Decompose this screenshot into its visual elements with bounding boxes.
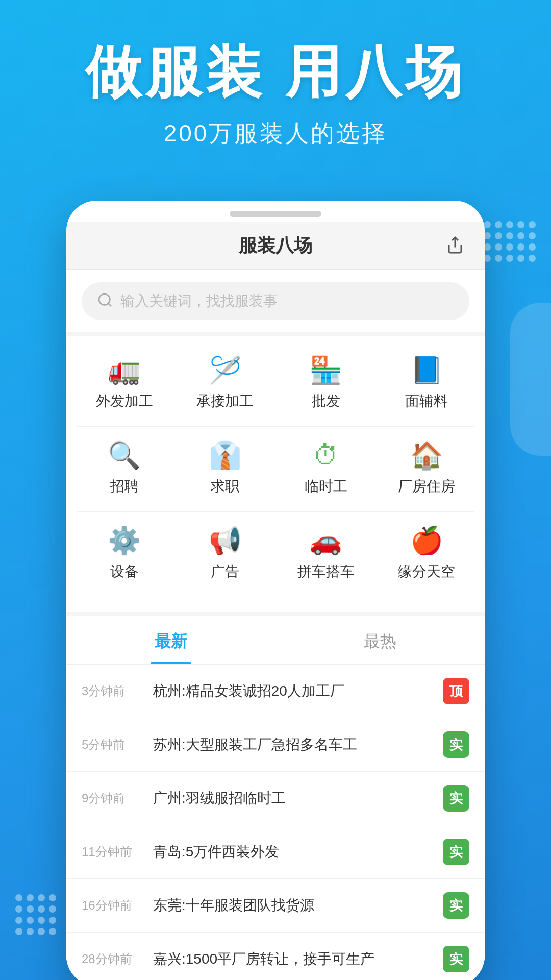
dots-decoration-top [484, 221, 536, 262]
wave-decoration [510, 303, 551, 456]
notch-bar [230, 211, 321, 217]
hero-title: 做服装 用八场 [31, 41, 520, 103]
zhaopin-icon: 🔍 [108, 442, 141, 469]
cat-item-changfang[interactable]: 🏠 厂房住房 [379, 432, 475, 506]
feed-time-2: 9分钟前 [82, 790, 143, 806]
feed-badge-4: 实 [443, 892, 469, 919]
search-placeholder: 输入关键词，找找服装事 [120, 291, 278, 311]
waifa-icon: 🚛 [108, 357, 141, 383]
feed-item-5[interactable]: 28分钟前 嘉兴:1500平厂房转让，接手可生产 实 [66, 933, 485, 980]
cat-item-guanggao[interactable]: 📢 广告 [178, 517, 273, 592]
pifa-label: 批发 [312, 391, 340, 411]
app-header: 服装八场 [66, 222, 485, 270]
hero-section: 做服装 用八场 200万服装人的选择 [0, 0, 551, 170]
hero-subtitle: 200万服装人的选择 [31, 118, 520, 150]
tab-section: 最新 最热 3分钟前 杭州:精品女装诚招20人加工厂 顶 5分钟前 苏州:大型服… [66, 612, 485, 980]
feed-item-3[interactable]: 11分钟前 青岛:5万件西装外发 实 [66, 825, 485, 879]
svg-point-1 [99, 294, 110, 305]
pifa-icon: 🏪 [309, 357, 342, 383]
guanggao-label: 广告 [211, 562, 239, 581]
category-section: 🚛 外发加工 🪡 承接加工 🏪 批发 📘 面辅料 [66, 332, 485, 612]
category-row-1: 🚛 外发加工 🪡 承接加工 🏪 批发 📘 面辅料 [77, 347, 474, 421]
feed-text-3: 青岛:5万件西装外发 [153, 842, 433, 862]
category-row-2: 🔍 招聘 👔 求职 ⏱ 临时工 🏠 厂房住房 [77, 426, 474, 506]
feed-text-2: 广州:羽绒服招临时工 [153, 789, 433, 808]
cat-item-linshigong[interactable]: ⏱ 临时工 [278, 432, 374, 506]
changfang-label: 厂房住房 [398, 477, 455, 496]
feed-text-0: 杭州:精品女装诚招20人加工厂 [153, 681, 433, 701]
zhaopin-label: 招聘 [110, 477, 139, 496]
search-icon [97, 292, 113, 310]
feed-list: 3分钟前 杭州:精品女装诚招20人加工厂 顶 5分钟前 苏州:大型服装工厂急招多… [66, 665, 485, 980]
phone-notch [66, 201, 485, 222]
guanggao-icon: 📢 [209, 527, 242, 554]
feed-time-0: 3分钟前 [82, 683, 143, 699]
cat-item-pifa[interactable]: 🏪 批发 [278, 347, 374, 421]
feed-badge-5: 实 [443, 946, 469, 972]
chengjie-label: 承接加工 [196, 391, 254, 411]
tabs-header: 最新 最热 [66, 616, 485, 665]
cat-item-yuanfen[interactable]: 🍎 缘分天空 [379, 517, 475, 592]
feed-badge-3: 实 [443, 839, 469, 865]
qiuzhi-icon: 👔 [209, 442, 242, 469]
dots-decoration-bottom [15, 894, 56, 935]
shebei-icon: ⚙️ [108, 527, 141, 554]
linshigong-label: 临时工 [305, 477, 347, 496]
tab-latest[interactable]: 最新 [66, 616, 276, 664]
cat-item-waifa[interactable]: 🚛 外发加工 [77, 347, 172, 421]
feed-badge-0: 顶 [443, 678, 469, 704]
yuanfen-icon: 🍎 [410, 527, 443, 554]
waifa-label: 外发加工 [96, 391, 153, 411]
search-bar: 输入关键词，找找服装事 [66, 270, 485, 332]
tab-hot[interactable]: 最热 [276, 616, 485, 664]
share-icon[interactable] [446, 236, 464, 256]
phone-mockup: 服装八场 输入关键词，找找服装事 [0, 201, 551, 980]
mianfuliao-icon: 📘 [410, 357, 443, 383]
feed-item-2[interactable]: 9分钟前 广州:羽绒服招临时工 实 [66, 772, 485, 825]
shebei-label: 设备 [110, 562, 139, 581]
feed-text-1: 苏州:大型服装工厂急招多名车工 [153, 735, 433, 754]
cat-item-pinche[interactable]: 🚗 拼车搭车 [278, 517, 374, 592]
feed-item-4[interactable]: 16分钟前 东莞:十年服装团队找货源 实 [66, 879, 485, 933]
qiuzhi-label: 求职 [211, 477, 239, 496]
chengjie-icon: 🪡 [209, 357, 242, 383]
feed-time-4: 16分钟前 [82, 897, 143, 914]
cat-item-qiuzhi[interactable]: 👔 求职 [178, 432, 273, 506]
feed-item-0[interactable]: 3分钟前 杭州:精品女装诚招20人加工厂 顶 [66, 665, 485, 718]
cat-item-mianfuliao[interactable]: 📘 面辅料 [379, 347, 475, 421]
feed-text-5: 嘉兴:1500平厂房转让，接手可生产 [153, 949, 433, 969]
feed-badge-2: 实 [443, 785, 469, 812]
pinche-icon: 🚗 [309, 527, 342, 554]
feed-badge-1: 实 [443, 731, 469, 758]
feed-item-1[interactable]: 5分钟前 苏州:大型服装工厂急招多名车工 实 [66, 718, 485, 772]
changfang-icon: 🏠 [410, 442, 443, 469]
cat-item-chengjie[interactable]: 🪡 承接加工 [178, 347, 273, 421]
linshigong-icon: ⏱ [313, 442, 339, 469]
feed-text-4: 东莞:十年服装团队找货源 [153, 896, 433, 915]
phone-frame: 服装八场 输入关键词，找找服装事 [66, 201, 485, 980]
feed-time-5: 28分钟前 [82, 951, 143, 967]
search-input-wrap[interactable]: 输入关键词，找找服装事 [82, 282, 469, 320]
feed-time-1: 5分钟前 [82, 737, 143, 753]
pinche-label: 拼车搭车 [297, 562, 355, 581]
app-title: 服装八场 [239, 233, 312, 258]
yuanfen-label: 缘分天空 [398, 562, 455, 581]
cat-item-shebei[interactable]: ⚙️ 设备 [77, 517, 172, 592]
mianfuliao-label: 面辅料 [405, 391, 448, 411]
category-row-3: ⚙️ 设备 📢 广告 🚗 拼车搭车 🍎 缘分天空 [77, 511, 474, 592]
svg-line-2 [108, 303, 111, 306]
cat-item-zhaopin[interactable]: 🔍 招聘 [77, 432, 172, 506]
feed-time-3: 11分钟前 [82, 844, 143, 860]
